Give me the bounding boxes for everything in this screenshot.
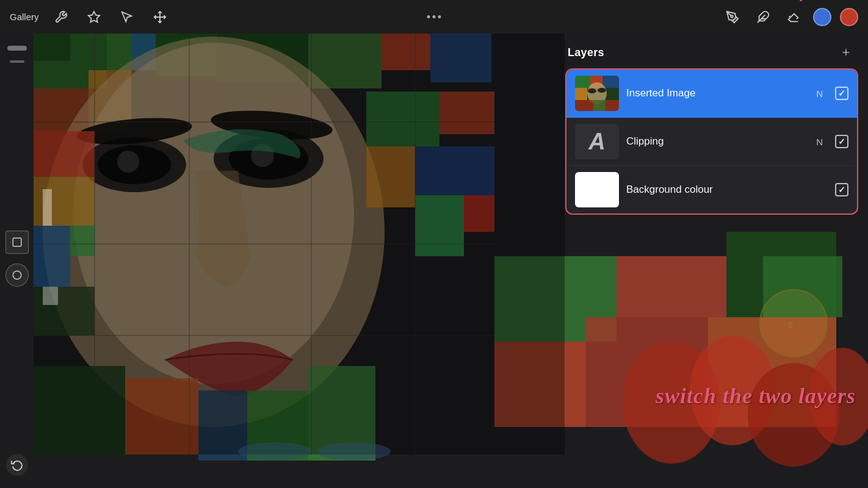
- toolbar-right: [722, 6, 858, 28]
- svg-point-66: [731, 15, 733, 18]
- smudge-button[interactable]: [752, 6, 774, 28]
- transform-button[interactable]: [149, 6, 171, 28]
- svg-rect-72: [575, 76, 590, 88]
- left-sidebar: [0, 34, 34, 488]
- shape-tools-group: [5, 231, 29, 287]
- layer-item-background-colour[interactable]: Background colour: [566, 166, 857, 214]
- profile-avatar[interactable]: [840, 8, 858, 26]
- layer-name-inserted-image: Inserted Image: [626, 87, 809, 99]
- layer-visibility-background-colour[interactable]: [835, 183, 848, 196]
- layer-name-clipping: Clipping: [626, 135, 809, 148]
- svg-rect-69: [13, 238, 21, 246]
- brush-button[interactable]: [722, 6, 743, 28]
- svg-rect-39: [617, 256, 726, 317]
- color-swatch[interactable]: [813, 8, 831, 26]
- wrench-button[interactable]: [50, 6, 72, 28]
- svg-text:5: 5: [788, 320, 793, 330]
- layer-name-background-colour: Background colour: [626, 184, 816, 196]
- svg-marker-63: [88, 11, 99, 21]
- layers-title: Layers: [568, 46, 604, 59]
- svg-rect-55: [43, 189, 52, 226]
- toolbar-center: [427, 15, 441, 18]
- brush-size-group: [7, 46, 27, 63]
- svg-rect-75: [575, 88, 587, 100]
- eraser-button[interactable]: [783, 6, 805, 28]
- brush-size-large[interactable]: [7, 46, 27, 51]
- svg-rect-54: [34, 34, 565, 454]
- svg-point-45: [760, 290, 827, 357]
- add-layer-button[interactable]: +: [836, 43, 856, 62]
- layer-thumbnail-clipping: A: [575, 124, 619, 159]
- undo-button[interactable]: [6, 454, 28, 476]
- svg-point-77: [588, 88, 596, 93]
- layer-visibility-clipping[interactable]: [835, 135, 848, 148]
- svg-point-78: [598, 88, 606, 93]
- layer-thumbnail-inserted-image: [575, 76, 619, 111]
- layer-item-inserted-image[interactable]: Inserted Image N: [566, 70, 857, 118]
- circle-tool[interactable]: [5, 264, 29, 287]
- magic-button[interactable]: [83, 6, 105, 28]
- layer-visibility-inserted-image[interactable]: [835, 87, 848, 100]
- selection-button[interactable]: [116, 6, 138, 28]
- svg-rect-74: [602, 76, 619, 88]
- layers-header: Layers +: [565, 43, 858, 62]
- layer-thumbnail-background-colour: [575, 172, 619, 207]
- svg-rect-80: [593, 100, 606, 111]
- layer-item-clipping[interactable]: A Clipping N: [566, 118, 857, 166]
- more-options-menu[interactable]: [427, 15, 441, 18]
- toolbar: Gallery: [0, 0, 868, 34]
- rectangle-tool[interactable]: [5, 231, 29, 254]
- gallery-button[interactable]: Gallery: [10, 12, 39, 22]
- svg-point-57: [238, 442, 311, 461]
- layers-panel: Layers + Inserted Image N: [565, 43, 858, 215]
- svg-point-70: [13, 271, 21, 279]
- layer-mode-clipping: N: [816, 137, 823, 147]
- layers-list: Inserted Image N A Clipping N Background…: [565, 68, 858, 215]
- layer-mode-inserted-image: N: [816, 88, 823, 99]
- toolbar-left: Gallery: [10, 6, 171, 28]
- svg-point-58: [317, 442, 391, 461]
- brush-size-small[interactable]: [10, 60, 24, 63]
- svg-rect-56: [43, 287, 58, 305]
